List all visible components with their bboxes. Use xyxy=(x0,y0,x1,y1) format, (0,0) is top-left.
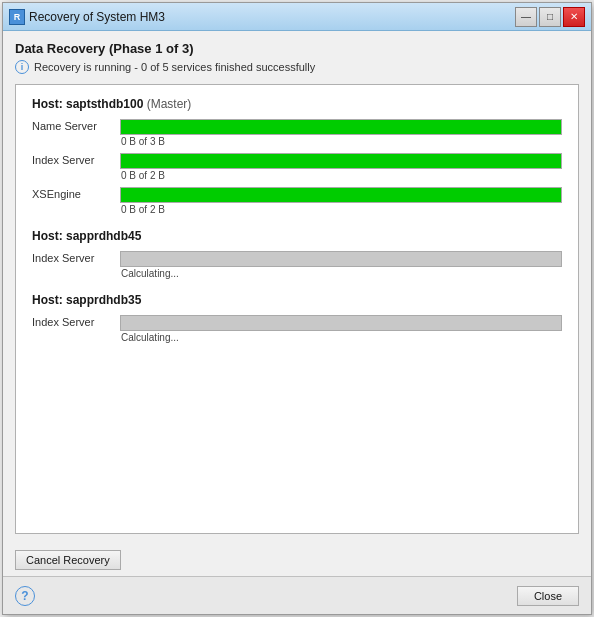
window-title: Recovery of System HM3 xyxy=(29,10,165,24)
window-close-button[interactable]: ✕ xyxy=(563,7,585,27)
host-header-1: Host: sapprdhdb45 xyxy=(32,229,562,243)
service-right-2-0: Calculating... xyxy=(120,315,562,343)
host-name-2: Host: sapprdhdb35 xyxy=(32,293,141,307)
progress-text-2-0: Calculating... xyxy=(120,332,562,343)
service-right-0-1: 0 B of 2 B xyxy=(120,153,562,181)
service-label-0-0: Name Server xyxy=(32,119,120,132)
maximize-button[interactable]: □ xyxy=(539,7,561,27)
service-label-0-2: XSEngine xyxy=(32,187,120,200)
progress-bar-container-1-0 xyxy=(120,251,562,267)
progress-bar-container-0-2 xyxy=(120,187,562,203)
service-label-2-0: Index Server xyxy=(32,315,120,328)
main-panel: Host: saptsthdb100 (Master)Name Server0 … xyxy=(15,84,579,534)
progress-text-1-0: Calculating... xyxy=(120,268,562,279)
title-bar: R Recovery of System HM3 — □ ✕ xyxy=(3,3,591,31)
title-bar-left: R Recovery of System HM3 xyxy=(9,9,165,25)
service-row-0-1: Index Server0 B of 2 B xyxy=(32,153,562,181)
service-row-0-2: XSEngine0 B of 2 B xyxy=(32,187,562,215)
progress-bar-container-2-0 xyxy=(120,315,562,331)
minimize-button[interactable]: — xyxy=(515,7,537,27)
help-button[interactable]: ? xyxy=(15,586,35,606)
footer-bar: ? Close xyxy=(3,576,591,614)
progress-text-0-1: 0 B of 2 B xyxy=(120,170,562,181)
host-header-2: Host: sapprdhdb35 xyxy=(32,293,562,307)
service-row-1-0: Index ServerCalculating... xyxy=(32,251,562,279)
window-icon: R xyxy=(9,9,25,25)
status-text: Recovery is running - 0 of 5 services fi… xyxy=(34,61,315,73)
main-window: R Recovery of System HM3 — □ ✕ Data Reco… xyxy=(2,2,592,615)
content-area: Data Recovery (Phase 1 of 3) i Recovery … xyxy=(3,31,591,542)
status-line: i Recovery is running - 0 of 5 services … xyxy=(15,60,579,74)
progress-text-0-2: 0 B of 2 B xyxy=(120,204,562,215)
close-button[interactable]: Close xyxy=(517,586,579,606)
progress-bar-fill-0-0 xyxy=(121,120,561,134)
service-row-0-0: Name Server0 B of 3 B xyxy=(32,119,562,147)
service-right-0-0: 0 B of 3 B xyxy=(120,119,562,147)
host-header-0: Host: saptsthdb100 (Master) xyxy=(32,97,562,111)
cancel-recovery-button[interactable]: Cancel Recovery xyxy=(15,550,121,570)
host-section-0: Host: saptsthdb100 (Master)Name Server0 … xyxy=(32,97,562,215)
host-name-1: Host: sapprdhdb45 xyxy=(32,229,141,243)
title-buttons: — □ ✕ xyxy=(515,7,585,27)
cancel-row: Cancel Recovery xyxy=(3,542,591,576)
host-section-1: Host: sapprdhdb45Index ServerCalculating… xyxy=(32,229,562,279)
info-icon: i xyxy=(15,60,29,74)
service-row-2-0: Index ServerCalculating... xyxy=(32,315,562,343)
progress-bar-container-0-0 xyxy=(120,119,562,135)
progress-bar-container-0-1 xyxy=(120,153,562,169)
progress-bar-fill-0-2 xyxy=(121,188,561,202)
service-right-0-2: 0 B of 2 B xyxy=(120,187,562,215)
phase-title: Data Recovery (Phase 1 of 3) xyxy=(15,41,579,56)
service-label-1-0: Index Server xyxy=(32,251,120,264)
progress-text-0-0: 0 B of 3 B xyxy=(120,136,562,147)
progress-bar-fill-0-1 xyxy=(121,154,561,168)
service-label-0-1: Index Server xyxy=(32,153,120,166)
host-name-0: Host: saptsthdb100 xyxy=(32,97,143,111)
host-section-2: Host: sapprdhdb35Index ServerCalculating… xyxy=(32,293,562,343)
service-right-1-0: Calculating... xyxy=(120,251,562,279)
host-role-0: (Master) xyxy=(143,97,191,111)
